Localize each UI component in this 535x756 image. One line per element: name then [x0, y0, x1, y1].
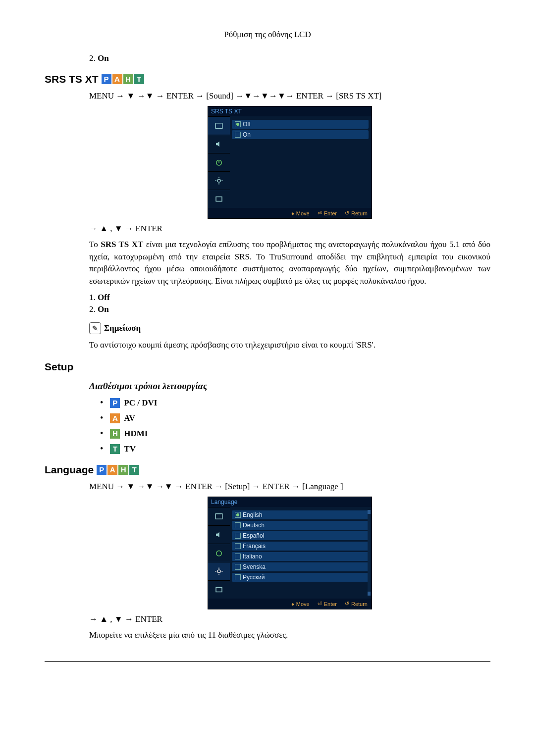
note-icon: ✎ — [89, 322, 101, 334]
osd-item-label: Русский — [243, 574, 265, 581]
osd-footer-move: ♦Move — [291, 601, 310, 607]
note-label: Σημείωση — [104, 323, 141, 333]
option-label: On — [98, 304, 109, 314]
osd-footer-return: ↺Return — [345, 601, 368, 607]
radio-icon — [235, 512, 241, 518]
language-nav-after: → ▲ , ▼ → ENTER — [89, 614, 490, 624]
page-divider — [45, 661, 490, 662]
radio-icon — [235, 543, 241, 549]
osd-footer-move: ♦Move — [291, 210, 310, 216]
srs-nav-after: → ▲ , ▼ → ENTER — [89, 224, 490, 234]
note-text: Το αντίστοιχο κουμπί άμεσης πρόσβασης στ… — [89, 339, 490, 352]
osd-side-icons — [208, 116, 230, 208]
osd-option-list: English Deutsch Español Français Italian… — [230, 507, 372, 599]
osd-icon-picture-icon — [208, 116, 230, 135]
osd-item-label: Español — [243, 532, 264, 539]
svg-point-2 — [217, 179, 220, 182]
radio-icon — [235, 554, 241, 559]
osd-icon-input-icon — [208, 580, 230, 599]
top-option-on: 2. On — [89, 53, 490, 63]
srs-option-off: 1. Off — [89, 293, 490, 302]
option-label: On — [98, 53, 109, 63]
osd-icon-setup-icon — [208, 562, 230, 580]
osd-item-espanol[interactable]: Español — [232, 531, 369, 540]
badge-t-icon: T — [134, 74, 144, 84]
osd-item-on[interactable]: On — [232, 130, 369, 139]
osd-item-english[interactable]: English — [232, 510, 369, 519]
osd-icon-input-icon — [208, 190, 230, 208]
mode-label: PC / DVI — [124, 398, 157, 408]
badge-h-icon: H — [123, 74, 133, 84]
srs-heading: SRS TS XT P A H T — [45, 73, 490, 85]
osd-item-off[interactable]: Off — [232, 120, 369, 129]
mode-tv: TTV — [100, 444, 490, 454]
srs-title: SRS TS XT — [45, 73, 99, 85]
osd-side-icons — [208, 507, 230, 599]
modes-list: PPC / DVI AAV HHDMI TTV — [100, 398, 490, 454]
svg-point-6 — [217, 570, 220, 573]
language-description: Μπορείτε να επιλέξετε μία από τις 11 δια… — [89, 629, 490, 642]
badge-p-icon: P — [110, 398, 120, 408]
svg-point-5 — [216, 551, 222, 556]
language-nav-path: MENU → ▼ →▼ →▼ → ENTER → [Setup] → ENTER… — [89, 482, 490, 492]
osd-item-label: Français — [243, 543, 266, 550]
enter-icon: ⏎ — [318, 210, 322, 216]
svg-rect-7 — [216, 588, 222, 592]
osd-item-italiano[interactable]: Italiano — [232, 552, 369, 561]
osd-item-label: Svenska — [243, 563, 266, 570]
osd-item-label: Off — [243, 121, 251, 128]
osd-icon-sound-icon — [208, 525, 230, 544]
radio-icon — [235, 564, 241, 570]
osd-item-label: Deutsch — [243, 522, 265, 529]
osd-footer: ♦Move ⏎Enter ↺Return — [208, 208, 372, 218]
osd-item-svenska[interactable]: Svenska — [232, 562, 369, 571]
badge-a-icon: A — [112, 74, 122, 84]
setup-subheading: Διαθέσιμοι τρόποι λειτουργίας — [89, 381, 490, 392]
osd-icon-timer-icon — [208, 544, 230, 562]
mode-hdmi: HHDMI — [100, 428, 490, 439]
badge-p-icon: P — [97, 465, 107, 475]
mode-label: HDMI — [124, 429, 148, 439]
radio-icon — [235, 574, 241, 580]
badge-a-icon: A — [107, 465, 117, 475]
option-label: Off — [98, 293, 110, 302]
osd-item-label: Italiano — [243, 553, 262, 560]
osd-item-deutsch[interactable]: Deutsch — [232, 521, 369, 530]
osd-footer-enter: ⏎Enter — [318, 601, 337, 607]
osd-footer-return: ↺Return — [345, 210, 368, 216]
osd-scrollbar[interactable] — [368, 510, 371, 596]
move-icon: ♦ — [291, 601, 294, 607]
mode-av: AAV — [100, 413, 490, 423]
mode-pc-dvi: PPC / DVI — [100, 398, 490, 408]
radio-icon — [235, 132, 241, 138]
badge-h-icon: H — [110, 429, 120, 439]
language-title: Language — [45, 464, 94, 476]
osd-footer-enter: ⏎Enter — [318, 210, 337, 216]
setup-title: Setup — [45, 361, 73, 373]
option-num: 1. — [89, 293, 96, 302]
badge-t-icon: T — [110, 444, 120, 454]
option-num: 2. — [89, 53, 96, 63]
scroll-down-icon[interactable] — [368, 592, 371, 596]
radio-icon — [235, 522, 241, 528]
osd-icon-picture-icon — [208, 507, 230, 525]
mode-label: AV — [124, 413, 135, 423]
enter-icon: ⏎ — [318, 601, 322, 607]
osd-item-francais[interactable]: Français — [232, 542, 369, 551]
osd-footer: ♦Move ⏎Enter ↺Return — [208, 599, 372, 609]
osd-icon-setup-icon — [208, 171, 230, 190]
osd-title: Language — [208, 497, 372, 507]
badge-a-icon: A — [110, 413, 120, 423]
osd-item-russian[interactable]: Русский — [232, 573, 369, 582]
scroll-up-icon[interactable] — [368, 510, 371, 514]
srs-description: Το SRS TS XT είναι μια τεχνολογία επίλυσ… — [89, 239, 490, 288]
osd-option-list: Off On — [230, 116, 372, 208]
srs-badges: P A H T — [102, 74, 144, 84]
srs-nav-path: MENU → ▼ →▼ → ENTER → [Sound] →▼→▼→▼→ EN… — [89, 91, 490, 101]
osd-icon-sound-icon — [208, 135, 230, 153]
srs-osd: SRS TS XT Off On ♦Move ⏎Enter ↺Return — [208, 106, 372, 219]
svg-rect-4 — [215, 514, 222, 519]
badge-h-icon: H — [118, 465, 128, 475]
osd-item-label: On — [243, 131, 251, 138]
srs-option-on: 2. On — [89, 304, 490, 314]
